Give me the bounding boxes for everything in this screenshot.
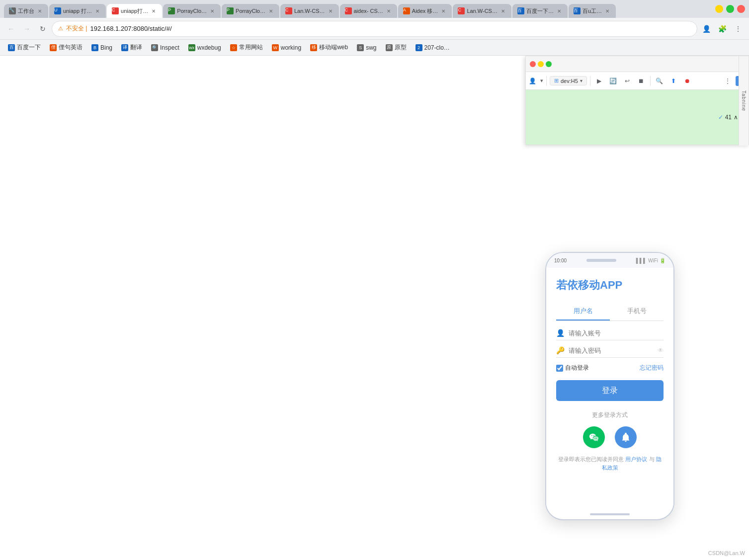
phone-forgot-password[interactable]: 忘记密码: [640, 364, 664, 372]
phone-time: 10:00: [554, 258, 567, 263]
maximize-button[interactable]: □: [726, 5, 734, 13]
browser-tab-5[interactable]: P PorrayClo… ✕: [222, 4, 279, 18]
tab-close-9[interactable]: ✕: [499, 7, 506, 14]
address-bar[interactable]: ⚠ 不安全 |: [52, 21, 697, 37]
tab-close-6[interactable]: ✕: [327, 7, 334, 14]
ide-max-btn[interactable]: [546, 61, 552, 67]
ide-profile-arrow: ▾: [540, 78, 543, 84]
tab-close-4[interactable]: ✕: [209, 7, 216, 14]
phone-wechat-icon[interactable]: [583, 426, 605, 448]
bookmark-label-207: 207-clo…: [424, 44, 450, 51]
bookmark-bing[interactable]: B Bing: [87, 42, 116, 54]
phone-password-icon: 🔑: [556, 346, 565, 354]
ide-search-btn[interactable]: 🔍: [654, 75, 666, 87]
bookmark-label-swg: swg: [366, 44, 376, 51]
phone-username-input[interactable]: [569, 329, 664, 337]
phone-options-row: 自动登录 忘记密码: [556, 364, 664, 372]
phone-user-agreement-link[interactable]: 用户协议: [625, 456, 647, 462]
phone-tab-username[interactable]: 用户名: [556, 303, 610, 320]
phone-social-icons: [556, 426, 664, 448]
browser-tab-1[interactable]: 🔧 工作台 ✕: [4, 4, 48, 18]
refresh-button[interactable]: ↻: [36, 22, 50, 36]
tab-close-3[interactable]: ✕: [150, 7, 157, 14]
bookmark-working[interactable]: W working: [268, 42, 305, 54]
ide-run-btn[interactable]: ▶: [593, 75, 605, 87]
bookmark-favicon-wxdebug: wx: [188, 44, 195, 51]
phone-auto-login-label[interactable]: 自动登录: [556, 364, 589, 372]
bookmark-label-wxdebug: wxdebug: [197, 44, 221, 51]
ide-stop-btn[interactable]: ⏹: [635, 75, 647, 87]
ide-rebuild-btn[interactable]: 🔄: [607, 75, 619, 87]
ide-min-btn[interactable]: [538, 61, 544, 67]
phone-bell-icon[interactable]: [615, 426, 637, 448]
tab-close-11[interactable]: ✕: [604, 7, 611, 14]
ide-revert-btn[interactable]: ↩: [621, 75, 633, 87]
minimize-button[interactable]: —: [715, 5, 723, 13]
bookmark-wxdebug[interactable]: wx wxdebug: [184, 42, 225, 54]
browser-tab-2[interactable]: U uniapp 打… ✕: [49, 4, 106, 18]
tabnine-sidebar: Tabnine: [739, 56, 749, 146]
bookmark-favicon-common: ☆: [230, 44, 237, 51]
bookmark-favicon-working: W: [272, 44, 279, 51]
ide-title-bar: [526, 56, 749, 72]
browser-tab-10[interactable]: 百 百度一下… ✕: [512, 4, 568, 18]
ide-more-btn[interactable]: ⋮: [722, 75, 734, 87]
tab-label-2: uniapp 打…: [63, 7, 92, 15]
browser-tab-4[interactable]: P PorrayClo… ✕: [163, 4, 221, 18]
ide-branch-dropdown-icon: ▾: [580, 78, 583, 83]
tab-close-7[interactable]: ✕: [385, 7, 392, 14]
tab-label-4: PorrayClo…: [177, 8, 207, 14]
tab-close-10[interactable]: ✕: [556, 7, 563, 14]
tab-favicon-4: P: [168, 7, 175, 14]
browser-window: 🔧 工作台 ✕ U uniapp 打… ✕ C uniapp打… ✕ P Por…: [0, 0, 749, 560]
bookmark-swg[interactable]: S swg: [353, 42, 380, 54]
bookmark-label-lijuying: 俚句英语: [59, 43, 83, 52]
tab-favicon-9: C: [458, 7, 465, 14]
ide-branch-label: dev:H5: [561, 78, 578, 84]
bookmark-translate[interactable]: 译 翻译: [117, 42, 146, 54]
tab-favicon-3: C: [112, 7, 119, 14]
phone-eye-icon[interactable]: 👁: [658, 347, 664, 354]
forward-button[interactable]: →: [20, 22, 34, 36]
bookmark-lijuying[interactable]: 俚 俚句英语: [46, 42, 86, 54]
phone-auto-login-checkbox[interactable]: [556, 365, 563, 372]
ide-upload-btn[interactable]: ⬆: [667, 75, 679, 87]
phone-login-button[interactable]: 登录: [556, 380, 664, 401]
tab-close-5[interactable]: ✕: [267, 7, 274, 14]
browser-tab-11[interactable]: 百 百u工… ✕: [569, 4, 616, 18]
tab-close-1[interactable]: ✕: [36, 7, 43, 14]
phone-password-input[interactable]: [569, 347, 654, 354]
browser-tab-9[interactable]: C Lan.W-CS… ✕: [453, 4, 511, 18]
browser-tab-8[interactable]: A Aidex 移… ✕: [398, 4, 452, 18]
bookmark-baidu[interactable]: 百 百度一下: [4, 42, 45, 54]
address-input[interactable]: [90, 25, 691, 32]
extensions-button[interactable]: 🧩: [715, 22, 729, 36]
bookmark-favicon-mobile: 移: [310, 44, 317, 51]
bookmark-favicon-baidu: 百: [8, 44, 15, 51]
ide-toolbar: 👤 ▾ ⊞ dev:H5 ▾ ▶ 🔄 ↩ ⏹ 🔍 ⬆ ⏺ ⋮ T: [526, 72, 749, 90]
ide-record-btn[interactable]: ⏺: [681, 75, 693, 87]
tab-favicon-7: C: [345, 7, 352, 14]
ide-close-btn[interactable]: [530, 61, 536, 67]
close-button[interactable]: ✕: [737, 5, 745, 13]
browser-tab-3[interactable]: C uniapp打… ✕: [107, 4, 162, 18]
tab-favicon-11: 百: [574, 7, 581, 14]
bookmark-inspect[interactable]: 🔍 Inspect: [147, 42, 183, 54]
more-button[interactable]: ⋮: [731, 22, 745, 36]
phone-auto-login-text: 自动登录: [565, 364, 589, 372]
ide-branch-selector[interactable]: ⊞ dev:H5 ▾: [550, 76, 587, 85]
browser-tab-7[interactable]: C aidex- CS… ✕: [340, 4, 397, 18]
bookmark-common[interactable]: ☆ 常用网站: [226, 42, 267, 54]
phone-username-group: 👤: [556, 329, 664, 340]
phone-tab-phone[interactable]: 手机号: [610, 303, 664, 320]
browser-tab-6[interactable]: C Lan.W-CS… ✕: [280, 4, 339, 18]
tab-close-8[interactable]: ✕: [440, 7, 447, 14]
bookmark-favicon-lijuying: 俚: [50, 44, 57, 51]
back-button[interactable]: ←: [4, 22, 18, 36]
tab-close-2[interactable]: ✕: [94, 7, 101, 14]
bookmark-207[interactable]: 2 207-clo…: [412, 42, 454, 54]
bookmark-mobile[interactable]: 移 移动端web: [306, 42, 352, 54]
bookmark-prototype[interactable]: 原 原型: [382, 42, 411, 54]
bookmark-favicon-207: 2: [416, 44, 422, 51]
profile-button[interactable]: 👤: [699, 22, 713, 36]
